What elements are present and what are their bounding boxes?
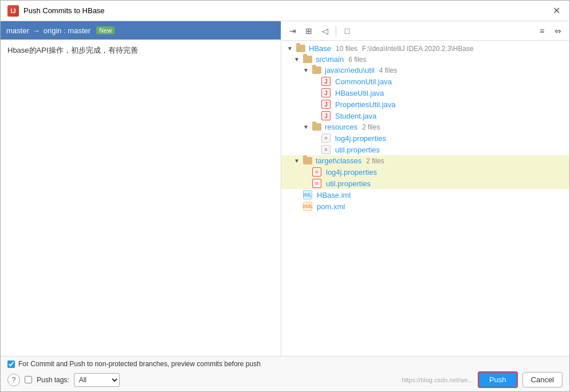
toolbar-left: ⇥ ⊞ ◁ □ (286, 24, 354, 38)
branch-to: origin : master (44, 26, 91, 35)
tree-item[interactable]: ▶ J Student.java (281, 110, 569, 121)
save-button[interactable]: □ (340, 24, 354, 38)
node-label: resources (325, 123, 357, 131)
pin-button[interactable]: ⇥ (286, 24, 300, 38)
tree-item[interactable]: ▼ java\cn\edu\util 4 files (281, 65, 569, 76)
watermark-text: https://blog.csdn.net/we... (402, 377, 473, 383)
dialog-title: Push Commits to HBase (23, 6, 105, 15)
folder-icon (312, 66, 321, 74)
folder-icon (312, 123, 321, 131)
node-label: util.properties (335, 146, 380, 154)
tree-item[interactable]: ▼ src\main 6 files (281, 54, 569, 65)
preview-label: For Commit and Push to non-protected bra… (18, 360, 261, 368)
main-content: master → origin : master New Hbase的API操作… (1, 21, 569, 356)
node-label: pom.xml (317, 202, 345, 211)
java-icon: J (321, 111, 331, 120)
chevron-icon: ▼ (302, 123, 310, 131)
tags-select[interactable]: All None All tags Annotated tags (74, 373, 120, 387)
tree-item[interactable]: ▶ ≡ log4j.properties (281, 132, 569, 144)
java-icon: J (321, 77, 331, 86)
node-label: target\classes (316, 156, 361, 165)
node-label: log4j.properties (326, 168, 377, 177)
preview-checkbox[interactable] (7, 360, 15, 368)
file-tree: ▼ HBase 10 files F:\Idea\IntelliJ IDEA 2… (281, 41, 569, 356)
action-row: ? Push tags: All None All tags Annotated… (7, 371, 563, 388)
help-button[interactable]: ? (7, 374, 20, 386)
node-label: HBase.iml (317, 191, 351, 199)
props-icon: ≡ (321, 134, 331, 143)
left-panel: master → origin : master New Hbase的API操作… (1, 21, 281, 356)
right-panel: ⇥ ⊞ ◁ □ ≡ ⇔ ▼ HBase 10 files (281, 21, 569, 356)
toolbar-right: ≡ ⇔ (535, 24, 565, 38)
action-right: https://blog.csdn.net/we... Push Cancel (402, 371, 563, 388)
node-label: src\main (316, 55, 344, 64)
tree-item-highlighted[interactable]: ▶ ≡ util.properties (281, 178, 569, 189)
node-label: java\cn\edu\util (325, 66, 375, 75)
root-count: 10 files (336, 45, 357, 53)
right-toolbar: ⇥ ⊞ ◁ □ ≡ ⇔ (281, 21, 569, 41)
chevron-root: ▼ (286, 45, 294, 53)
edit-button[interactable]: ◁ (318, 24, 332, 38)
node-count: 6 files (348, 56, 366, 64)
action-left: ? Push tags: All None All tags Annotated… (7, 373, 120, 387)
push-tags-checkbox[interactable] (25, 376, 32, 383)
root-path: F:\Idea\IntelliJ IDEA 2020.2.3\HBase (362, 45, 474, 53)
node-label: PropertiesUtil.java (335, 100, 396, 109)
folder-icon (303, 157, 312, 164)
props-icon: ≡ (321, 145, 331, 154)
java-icon: J (321, 88, 331, 97)
node-label: CommonUtil.java (335, 77, 392, 86)
title-bar-left: IJ Push Commits to HBase (7, 5, 105, 17)
chevron-icon: ▼ (293, 157, 301, 165)
branch-from: master (6, 26, 29, 35)
tree-root[interactable]: ▼ HBase 10 files F:\Idea\IntelliJ IDEA 2… (281, 43, 569, 54)
grid-button[interactable]: ⊞ (302, 24, 316, 38)
node-label: log4j.properties (335, 134, 386, 143)
collapse-button[interactable]: ⇔ (551, 24, 565, 38)
sort-button[interactable]: ≡ (535, 24, 549, 38)
chevron-icon: ▼ (293, 56, 301, 64)
tree-item[interactable]: ▶ J HBaseUtil.java (281, 87, 569, 99)
tree-item-highlighted[interactable]: ▶ ≡ log4j.properties (281, 166, 569, 178)
root-name: HBase (309, 44, 331, 53)
title-bar: IJ Push Commits to HBase ✕ (1, 1, 569, 21)
props-icon: ≡ (312, 179, 321, 188)
node-label: HBaseUtil.java (335, 89, 384, 97)
close-button[interactable]: ✕ (550, 5, 563, 17)
branch-arrow: → (33, 26, 40, 35)
chevron-icon: ▼ (302, 66, 310, 75)
bottom-bar: For Commit and Push to non-protected bra… (1, 356, 569, 391)
folder-icon (303, 56, 312, 63)
push-commits-dialog: IJ Push Commits to HBase ✕ master → orig… (0, 0, 570, 392)
node-label: Student.java (335, 112, 376, 120)
props-icon: ≡ (312, 167, 321, 177)
xml-icon: XML (303, 202, 312, 211)
node-count: 4 files (379, 66, 397, 75)
tree-item[interactable]: ▶ ≡ util.properties (281, 144, 569, 155)
preview-checkbox-row: For Commit and Push to non-protected bra… (7, 360, 563, 368)
tree-item[interactable]: ▶ IML HBase.iml (281, 189, 569, 201)
tree-item[interactable]: ▶ J PropertiesUtil.java (281, 99, 569, 110)
app-icon: IJ (7, 5, 19, 17)
iml-icon: IML (303, 190, 312, 199)
commit-item[interactable]: Hbase的API操作，初步完成，有待完善 (1, 42, 281, 59)
push-button[interactable]: Push (478, 371, 518, 388)
push-tags-label: Push tags: (37, 376, 69, 384)
branch-header: master → origin : master New (1, 21, 281, 40)
node-count: 2 files (366, 157, 384, 165)
tree-item[interactable]: ▶ J CommonUtil.java (281, 76, 569, 87)
cancel-button[interactable]: Cancel (522, 372, 563, 387)
node-count: 2 files (362, 123, 380, 131)
commit-list: Hbase的API操作，初步完成，有待完善 (1, 40, 281, 356)
tree-item[interactable]: ▶ XML pom.xml (281, 201, 569, 212)
toolbar-separator (336, 26, 336, 36)
java-icon: J (321, 100, 331, 109)
tree-item[interactable]: ▼ resources 2 files (281, 121, 569, 132)
node-label: util.properties (326, 179, 371, 188)
tree-item-highlighted[interactable]: ▼ target\classes 2 files (281, 155, 569, 166)
folder-icon-root (296, 45, 305, 52)
new-badge: New (96, 26, 115, 34)
